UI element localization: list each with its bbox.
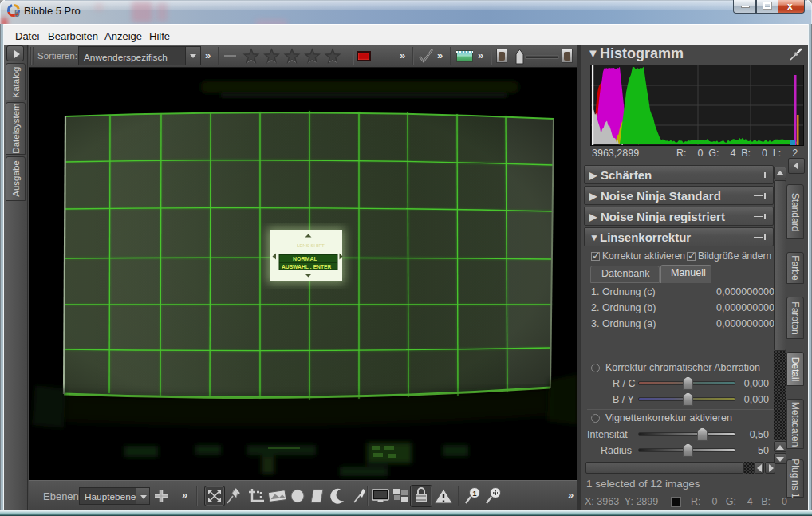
svg-text:LENS SHIFT: LENS SHIFT [297, 243, 325, 248]
svg-text:NORMAL: NORMAL [293, 256, 317, 262]
svg-text:5: 5 [14, 8, 20, 18]
svg-text:AUSWAHL : ENTER: AUSWAHL : ENTER [282, 264, 331, 270]
svg-text:1: 1 [473, 490, 477, 498]
